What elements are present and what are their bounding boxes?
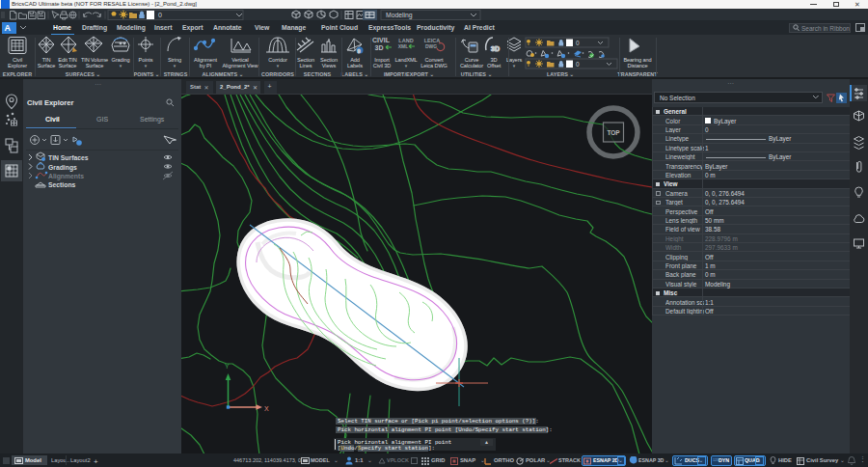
svg-text:Alignments: Alignments [48,173,84,180]
svg-text:3D: 3D [375,44,384,51]
svg-text:Gradings: Gradings [48,164,77,172]
svg-text:X: X [264,405,269,412]
svg-text:0: 0 [576,61,580,68]
svg-text:0: 0 [158,12,162,18]
svg-text:Sections: Sections [48,181,76,188]
svg-text:3D: 3D [491,45,500,52]
svg-text:CIVIL: CIVIL [372,37,391,43]
svg-text:TIN Surfaces: TIN Surfaces [48,154,89,161]
svg-text:TOP: TOP [607,129,620,136]
svg-text:9: 9 [358,48,361,54]
svg-text:Y: Y [225,363,230,370]
svg-text:XML: XML [398,43,409,49]
svg-text:Modeling: Modeling [386,12,413,19]
svg-text:0: 0 [576,40,580,46]
svg-text:DWG: DWG [425,43,437,49]
